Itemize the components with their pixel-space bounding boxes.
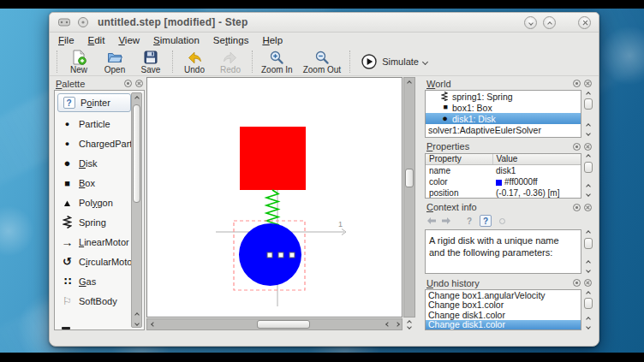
menu-help[interactable]: Help xyxy=(262,35,283,45)
scroll-up-icon[interactable] xyxy=(587,315,590,323)
undo-item[interactable]: Change box1.angularVelocity xyxy=(426,290,581,300)
scroll-down-icon[interactable] xyxy=(135,319,139,327)
scroll-up-icon[interactable] xyxy=(135,93,139,103)
undo-scrollbar[interactable] xyxy=(582,289,593,330)
box1-object[interactable] xyxy=(240,127,306,190)
scene-canvas[interactable]: 1 xyxy=(146,77,402,317)
scrollbar-thumb[interactable] xyxy=(584,98,593,110)
zoom-out-button[interactable]: Zoom Out xyxy=(298,49,346,75)
palette-item-pointer[interactable]: ? Pointer xyxy=(57,93,131,112)
scroll-up-icon[interactable] xyxy=(587,90,590,98)
zoom-in-button[interactable]: Zoom In xyxy=(256,49,298,75)
palette-item-softbody[interactable]: ⚐ SoftBody xyxy=(57,291,131,311)
palette-title: Palette xyxy=(56,79,85,89)
close-panel-icon[interactable] xyxy=(135,80,143,87)
save-button[interactable]: Save xyxy=(133,49,169,75)
menu-simulation[interactable]: Simulation xyxy=(153,35,200,45)
whats-this-icon[interactable]: ? xyxy=(480,215,492,227)
palette-scrollbar[interactable] xyxy=(131,92,142,328)
undo-button[interactable]: Undo xyxy=(176,49,212,75)
property-value[interactable]: disk1 xyxy=(492,165,581,176)
palette-item-spring[interactable]: Spring xyxy=(57,212,131,232)
world-scrollbar[interactable] xyxy=(582,90,593,138)
property-value[interactable]: (-0.17, -0.36) [m] xyxy=(492,187,581,199)
canvas-vertical-scrollbar[interactable] xyxy=(403,77,415,317)
world-item-box1[interactable]: ■ box1: Box xyxy=(426,102,581,113)
world-item-solver1[interactable]: solver1:AdaptiveEulerSolver xyxy=(426,124,581,135)
toolbar-handle[interactable] xyxy=(57,50,57,73)
undo-item[interactable]: Change box1.color xyxy=(426,300,581,311)
new-button[interactable]: New xyxy=(61,49,97,75)
canvas-horizontal-scrollbar[interactable] xyxy=(146,318,402,330)
undo-item[interactable]: Change disk1.color xyxy=(426,320,581,330)
titlebar[interactable]: untitled.step [modified] - Step xyxy=(50,13,599,33)
menu-edit[interactable]: Edit xyxy=(88,35,105,45)
scroll-up-icon[interactable] xyxy=(587,153,590,161)
scroll-left-icon[interactable] xyxy=(147,323,158,326)
menu-file[interactable]: File xyxy=(58,35,75,45)
minimize-button[interactable] xyxy=(524,16,537,29)
palette-item-disk[interactable]: ● Disk xyxy=(57,153,131,173)
scrollbar-thumb[interactable] xyxy=(584,238,593,249)
scrollbar-thumb[interactable] xyxy=(584,298,593,309)
scroll-down-icon[interactable] xyxy=(587,323,590,330)
palette-item-chargedparticle[interactable]: ● ChargedPartic xyxy=(57,134,131,153)
column-header-property[interactable]: Property xyxy=(426,154,492,165)
float-panel-icon[interactable] xyxy=(573,279,581,287)
menu-settings[interactable]: Settings xyxy=(213,35,249,45)
column-header-value[interactable]: Value xyxy=(492,154,581,165)
close-panel-icon[interactable] xyxy=(584,80,592,87)
redo-button[interactable]: Redo xyxy=(212,49,248,75)
maximize-button[interactable] xyxy=(543,16,556,29)
close-panel-icon[interactable] xyxy=(584,204,592,211)
undo-item[interactable]: Change disk1.color xyxy=(426,310,581,320)
close-panel-icon[interactable] xyxy=(584,143,592,151)
properties-scrollbar[interactable] xyxy=(582,153,593,199)
handle[interactable] xyxy=(278,252,283,258)
close-button[interactable] xyxy=(578,16,591,29)
float-panel-icon[interactable] xyxy=(573,143,581,151)
menu-view[interactable]: View xyxy=(118,35,140,45)
scroll-up-icon[interactable] xyxy=(408,78,411,87)
world-item-spring1[interactable]: spring1: Spring xyxy=(426,91,581,102)
close-panel-icon[interactable] xyxy=(584,279,592,287)
scroll-up-icon[interactable] xyxy=(587,183,590,191)
scroll-right-icon[interactable] xyxy=(393,323,402,326)
back-button[interactable] xyxy=(426,217,437,225)
float-panel-icon[interactable] xyxy=(124,80,132,87)
world-item-disk1[interactable]: ● disk1: Disk xyxy=(426,113,581,124)
scroll-up-icon[interactable] xyxy=(587,122,590,130)
scroll-up-icon[interactable] xyxy=(587,289,590,297)
forward-button[interactable] xyxy=(441,217,451,225)
scrollbar-thumb[interactable] xyxy=(257,320,310,329)
palette-item-circularmotor[interactable]: ↺ CircularMotor xyxy=(57,252,131,271)
scroll-left-icon[interactable] xyxy=(382,323,393,326)
scroll-up-icon[interactable] xyxy=(135,310,139,319)
scrollbar-thumb[interactable] xyxy=(133,104,140,203)
handle[interactable] xyxy=(289,252,295,258)
float-panel-icon[interactable] xyxy=(573,80,581,87)
palette-item-polygon[interactable]: ▲ Polygon xyxy=(57,193,131,212)
property-value[interactable]: #ff0000ff xyxy=(492,176,581,187)
scrollbar-thumb[interactable] xyxy=(584,162,593,173)
simulate-button[interactable]: Simulate xyxy=(354,50,434,73)
scroll-up-icon[interactable] xyxy=(587,258,590,266)
scroll-up-icon[interactable] xyxy=(587,229,590,237)
palette-item-linearmotor[interactable]: → LinearMotor xyxy=(57,232,131,252)
selection-handles[interactable] xyxy=(267,252,295,258)
palette-item-gas[interactable]: ∷ Gas xyxy=(57,271,131,291)
scroll-down-icon[interactable] xyxy=(587,266,590,274)
palette-item-box[interactable]: ■ Box xyxy=(57,173,131,193)
scrollbar-thumb[interactable] xyxy=(405,169,414,187)
follow-selection-icon[interactable] xyxy=(499,218,505,224)
open-button[interactable]: Open xyxy=(97,49,133,75)
palette-item-particle[interactable]: ● Particle xyxy=(57,114,131,134)
float-panel-icon[interactable] xyxy=(573,204,581,211)
context-scrollbar[interactable] xyxy=(582,229,593,274)
handle[interactable] xyxy=(267,252,272,258)
help-icon[interactable]: ? xyxy=(463,215,475,227)
window-menu-icon[interactable] xyxy=(77,16,89,28)
canvas-scroll-corner[interactable] xyxy=(402,318,415,330)
scroll-down-icon[interactable] xyxy=(587,130,590,138)
scroll-down-icon[interactable] xyxy=(587,191,590,199)
